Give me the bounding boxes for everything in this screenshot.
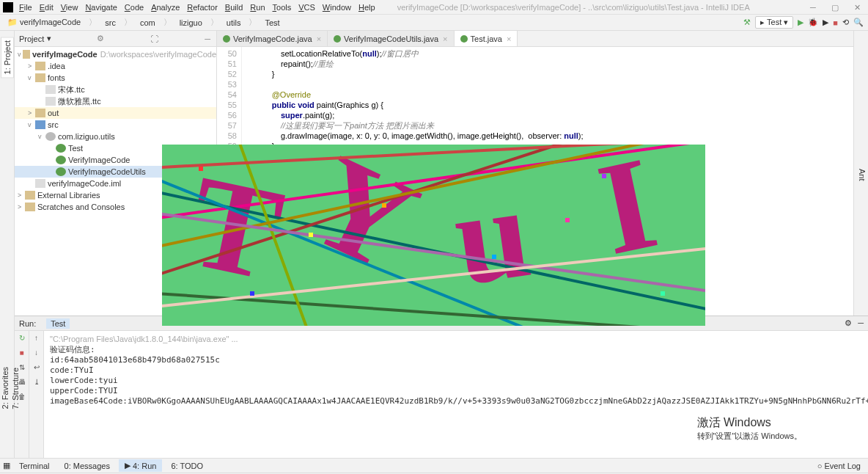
- run-tab-bottom[interactable]: ▶ 4: Run: [119, 459, 162, 472]
- editor-tab-VerifyImageCode.java[interactable]: VerifyImageCode.java×: [217, 31, 328, 46]
- project-tool-tab[interactable]: 1: Project: [1, 37, 14, 78]
- menu-view[interactable]: View: [61, 3, 78, 12]
- tree-item-com.liziguo.utils[interactable]: vcom.liziguo.utils: [15, 131, 216, 142]
- app-logo: [3, 2, 13, 12]
- sidebar-title[interactable]: Project: [19, 34, 44, 43]
- tree-item-微软雅黑.ttc[interactable]: 微软雅黑.ttc: [15, 95, 216, 107]
- minimize-button[interactable]: ─: [802, 0, 824, 15]
- rerun-icon[interactable]: ↻: [17, 334, 27, 344]
- search-icon[interactable]: 🔍: [853, 18, 864, 27]
- hide-icon[interactable]: ─: [205, 34, 210, 43]
- tree-item-.idea[interactable]: >.idea: [15, 60, 216, 72]
- hide-icon[interactable]: ─: [858, 318, 864, 328]
- run-panel-label: Run:: [19, 319, 36, 328]
- menu-refactor[interactable]: Refactor: [187, 3, 218, 12]
- gear-icon[interactable]: ⚙: [97, 34, 104, 43]
- crumb-Test[interactable]: Test: [262, 18, 282, 28]
- favorites-tool-tab[interactable]: 2: Favorites: [0, 364, 10, 412]
- tree-item-fonts[interactable]: vfonts: [15, 72, 216, 84]
- menu-file[interactable]: File: [19, 3, 32, 12]
- close-button[interactable]: ✕: [846, 0, 868, 15]
- captcha-image: T Y u I: [162, 145, 705, 326]
- menu-bar: FileEditViewNavigateCodeAnalyzeRefactorB…: [0, 0, 868, 15]
- menu-window[interactable]: Window: [323, 3, 351, 12]
- menu-code[interactable]: Code: [125, 3, 144, 12]
- menu-build[interactable]: Build: [225, 3, 243, 12]
- run-toolbar-2: ↑ ↓ ↩ ⤓: [29, 331, 44, 458]
- up-icon[interactable]: ↑: [32, 334, 42, 344]
- wrap-icon[interactable]: ↩: [32, 363, 42, 373]
- menu-tools[interactable]: Tools: [273, 3, 292, 12]
- windows-activation-watermark: 激活 Windows 转到"设置"以激活 Windows。: [697, 415, 803, 442]
- window-title: verifyImageCode [D:\workspaces\verifyIma…: [397, 3, 750, 12]
- left-gutter-lower: 2: Favorites 7: Structure: [0, 316, 15, 458]
- crumb-com[interactable]: com: [137, 18, 158, 28]
- left-gutter: 1: Project: [0, 31, 15, 316]
- todo-tab[interactable]: 6: TODO: [165, 460, 209, 472]
- debug-icon[interactable]: 🐞: [808, 18, 818, 27]
- breadcrumb[interactable]: 📁 verifyImageCode〉src〉com〉liziguo〉utils〉…: [4, 16, 283, 29]
- nav-toolbar: 📁 verifyImageCode〉src〉com〉liziguo〉utils〉…: [0, 15, 868, 31]
- vcs-icon[interactable]: ⟲: [842, 18, 849, 27]
- collapse-icon[interactable]: ⛶: [150, 34, 158, 43]
- crumb-verifyImageCode[interactable]: 📁 verifyImageCode: [4, 17, 84, 28]
- menu-run[interactable]: Run: [250, 3, 265, 12]
- scroll-icon[interactable]: ⤓: [32, 378, 42, 388]
- tree-root[interactable]: vverifyImageCodeD:\workspaces\verifyImag…: [15, 48, 216, 60]
- coverage-icon[interactable]: ▶: [823, 18, 828, 27]
- gear-icon[interactable]: ⚙: [845, 318, 852, 328]
- build-icon[interactable]: ⚒: [743, 18, 751, 27]
- editor-tab-Test.java[interactable]: Test.java×: [455, 31, 518, 46]
- menu-analyze[interactable]: Analyze: [151, 3, 180, 12]
- menu-edit[interactable]: Edit: [40, 3, 54, 12]
- tree-item-src[interactable]: vsrc: [15, 119, 216, 131]
- menu-navigate[interactable]: Navigate: [85, 3, 117, 12]
- crumb-liziguo[interactable]: liziguo: [177, 18, 205, 28]
- down-icon[interactable]: ↓: [32, 349, 42, 359]
- bottom-tool-tabs: ▦ Terminal 0: Messages ▶ 4: Run 6: TODO …: [0, 458, 868, 473]
- maximize-button[interactable]: ▢: [824, 0, 846, 15]
- right-gutter: Ant Database: [853, 31, 868, 316]
- crumb-src[interactable]: src: [102, 18, 119, 28]
- structure-tool-tab[interactable]: 7: Structure: [10, 365, 21, 412]
- tree-item-out[interactable]: >out: [15, 107, 216, 119]
- run-tab[interactable]: Test: [46, 318, 70, 329]
- editor-tab-VerifyImageCodeUtils.java[interactable]: VerifyImageCodeUtils.java×: [328, 31, 454, 46]
- editor-tabs: VerifyImageCode.java×VerifyImageCodeUtil…: [217, 31, 853, 47]
- run-config-select[interactable]: ▸ Test ▾: [755, 16, 793, 29]
- messages-tab[interactable]: 0: Messages: [59, 460, 116, 472]
- ant-tool-tab[interactable]: Ant: [856, 166, 868, 184]
- stop-icon[interactable]: ■: [833, 18, 838, 27]
- event-log-tab[interactable]: ○ Event Log: [817, 462, 865, 470]
- menu-help[interactable]: Help: [358, 3, 375, 12]
- crumb-utils[interactable]: utils: [224, 18, 244, 28]
- menu-vcs[interactable]: VCS: [298, 3, 315, 12]
- tree-item-宋体.ttc[interactable]: 宋体.ttc: [15, 84, 216, 95]
- terminal-tab[interactable]: Terminal: [13, 460, 56, 472]
- run-icon[interactable]: ▶: [798, 18, 803, 27]
- stop-icon[interactable]: ■: [17, 349, 27, 359]
